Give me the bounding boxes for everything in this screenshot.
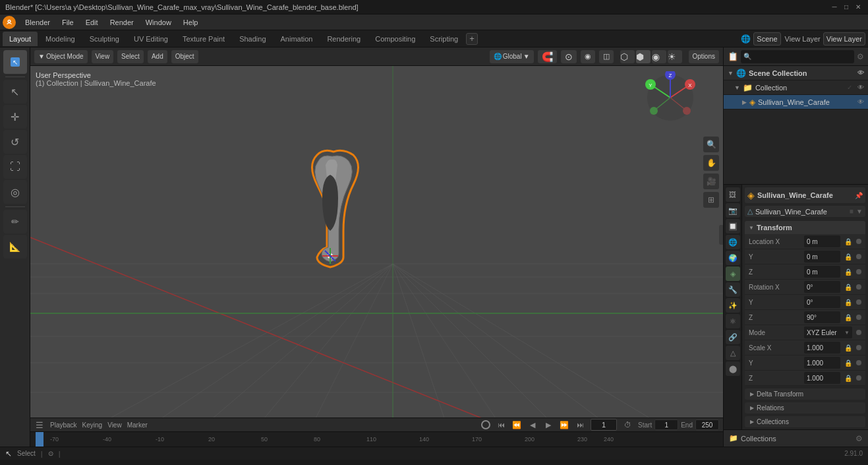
delta-transform-header[interactable]: ▶ Delta Transform xyxy=(745,388,865,400)
data-props-icon[interactable]: △ xyxy=(726,346,740,360)
outliner-row-object[interactable]: ▶ ◈ Sullivan_Wine_Carafe 👁 xyxy=(724,95,868,109)
render-visibility-icon[interactable]: ✓ xyxy=(847,84,852,91)
material-btn[interactable]: ◉ xyxy=(652,50,666,63)
scale-x-dot[interactable] xyxy=(856,345,861,350)
world-props-icon[interactable]: 🌍 xyxy=(726,251,740,265)
panel-collapse-handle[interactable] xyxy=(719,225,723,245)
select-menu[interactable]: Select xyxy=(117,50,144,63)
scale-tool[interactable]: ⛶ xyxy=(3,155,27,179)
scene-selector[interactable]: Scene xyxy=(753,32,780,46)
loc-z-lock[interactable]: 🔒 xyxy=(844,268,852,276)
annotate-tool[interactable]: ✏ xyxy=(3,210,27,233)
rot-y-dot[interactable] xyxy=(856,299,861,305)
rot-x-dot[interactable] xyxy=(856,284,861,290)
end-frame[interactable]: 250 xyxy=(695,419,719,430)
rot-x-lock[interactable]: 🔒 xyxy=(844,284,852,291)
menu-render[interactable]: Render xyxy=(105,16,139,29)
select-tool[interactable]: ↖ xyxy=(3,50,27,74)
step-back-btn[interactable]: ◀ xyxy=(527,419,538,430)
modifier-props-icon[interactable]: 🔧 xyxy=(726,282,740,297)
add-menu[interactable]: Add xyxy=(148,50,167,63)
visibility-icon[interactable]: 👁 xyxy=(857,69,864,77)
zoom-icon[interactable]: 🔍 xyxy=(703,137,719,152)
3d-viewport[interactable]: User Perspective (1) Collection | Sulliv… xyxy=(30,66,723,418)
object-visibility-icon[interactable]: 👁 xyxy=(857,98,864,106)
outliner-search[interactable] xyxy=(741,50,854,63)
loc-y-value[interactable]: 0 m xyxy=(804,251,840,263)
pin-icon[interactable]: 📌 xyxy=(855,192,863,199)
rot-x-value[interactable]: 0° xyxy=(804,281,840,293)
step-fwd-btn[interactable]: ⏩ xyxy=(559,419,569,430)
filter-icon[interactable]: ⚙ xyxy=(857,52,864,61)
marker-label[interactable]: Marker xyxy=(127,421,148,429)
start-frame[interactable]: 1 xyxy=(654,419,678,430)
scale-x-lock[interactable]: 🔒 xyxy=(844,344,852,352)
object-name-prop[interactable]: Sullivan_Wine_Carafe xyxy=(757,191,852,199)
rotate-tool[interactable]: ↺ xyxy=(3,130,27,154)
mode-dot[interactable] xyxy=(856,330,861,335)
rendered-btn[interactable]: ☀ xyxy=(668,50,682,63)
outliner-row-collection[interactable]: ▼ 📁 Collection ✓ 👁 xyxy=(724,80,868,95)
rot-y-lock[interactable]: 🔒 xyxy=(844,299,852,306)
cursor-tool[interactable]: ↖ xyxy=(3,80,27,104)
rot-z-value[interactable]: 90° xyxy=(804,311,840,323)
playback-label[interactable]: Playback xyxy=(50,421,77,429)
rot-z-lock[interactable]: 🔒 xyxy=(844,314,852,321)
menu-help[interactable]: Help xyxy=(178,16,204,29)
xray-btn[interactable]: ◫ xyxy=(599,50,614,63)
loc-x-lock[interactable]: 🔒 xyxy=(844,238,852,245)
tab-compositing[interactable]: Compositing xyxy=(368,32,422,46)
menu-blender[interactable]: Blender xyxy=(20,16,55,29)
timeline-menu-btn[interactable]: ☰ xyxy=(34,419,45,430)
jump-prev-btn[interactable]: ⏪ xyxy=(511,419,522,430)
tab-animation[interactable]: Animation xyxy=(274,32,320,46)
tab-rendering[interactable]: Rendering xyxy=(320,32,367,46)
rot-z-dot[interactable] xyxy=(856,315,861,320)
collection-visibility-icon[interactable]: 👁 xyxy=(857,84,864,91)
tab-sculpting[interactable]: Sculpting xyxy=(83,32,126,46)
timeline-ruler[interactable]: -70 -40 -10 20 50 80 110 140 170 200 230… xyxy=(30,432,723,447)
output-props-icon[interactable]: 📷 xyxy=(726,203,740,218)
view-label[interactable]: View xyxy=(107,421,122,429)
maximize-button[interactable]: □ xyxy=(842,3,851,12)
collections-filter-icon[interactable]: ⚙ xyxy=(855,434,863,443)
window-controls[interactable]: ─ □ ✕ xyxy=(830,3,863,12)
scale-y-dot[interactable] xyxy=(856,360,861,365)
particles-props-icon[interactable]: ✨ xyxy=(726,298,740,313)
jump-end-btn[interactable]: ⏭ xyxy=(575,419,585,430)
constraints-props-icon[interactable]: 🔗 xyxy=(726,330,740,344)
scale-z-dot[interactable] xyxy=(856,375,861,381)
render-props-icon[interactable]: 🖼 xyxy=(726,187,740,202)
view-layer-selector[interactable]: View Layer xyxy=(823,32,865,46)
tab-modeling[interactable]: Modeling xyxy=(39,32,82,46)
add-workspace-button[interactable]: + xyxy=(466,33,478,45)
scale-z-value[interactable]: 1.000 xyxy=(804,372,840,384)
ortho-icon[interactable]: ⊞ xyxy=(703,192,719,208)
scale-z-lock[interactable]: 🔒 xyxy=(844,375,852,382)
rot-y-value[interactable]: 0° xyxy=(804,296,840,308)
transform-tool[interactable]: ◎ xyxy=(3,180,27,204)
scene-props-icon[interactable]: 🌐 xyxy=(726,235,740,249)
loc-y-dot[interactable] xyxy=(856,254,861,259)
loc-z-value[interactable]: 0 m xyxy=(804,266,840,278)
camera-icon[interactable]: 🎥 xyxy=(703,173,719,189)
tab-layout[interactable]: Layout xyxy=(3,32,38,46)
collections-header[interactable]: ▶ Collections xyxy=(745,416,865,427)
tab-texture-paint[interactable]: Texture Paint xyxy=(176,32,231,46)
menu-edit[interactable]: Edit xyxy=(80,16,103,29)
tab-scripting[interactable]: Scripting xyxy=(423,32,465,46)
minimize-button[interactable]: ─ xyxy=(830,3,839,12)
mesh-menu-icon[interactable]: ≡ xyxy=(850,208,854,215)
scale-y-value[interactable]: 1.000 xyxy=(804,357,840,369)
view-layer-props-icon[interactable]: 🔲 xyxy=(726,219,740,233)
view-menu[interactable]: View xyxy=(92,50,114,63)
mode-value[interactable]: XYZ Euler ▼ xyxy=(804,326,852,338)
options-btn[interactable]: Options xyxy=(689,50,719,63)
current-frame[interactable]: 1 xyxy=(591,419,617,431)
measure-tool[interactable]: 📐 xyxy=(3,235,27,259)
snapping-btn[interactable]: 🧲 xyxy=(538,50,557,63)
loc-x-dot[interactable] xyxy=(856,239,861,244)
outliner-row-scene-collection[interactable]: ▼ 🌐 Scene Collection 👁 xyxy=(724,66,868,80)
loc-y-lock[interactable]: 🔒 xyxy=(844,253,852,261)
transform-header[interactable]: ▼ Transform xyxy=(745,221,865,234)
